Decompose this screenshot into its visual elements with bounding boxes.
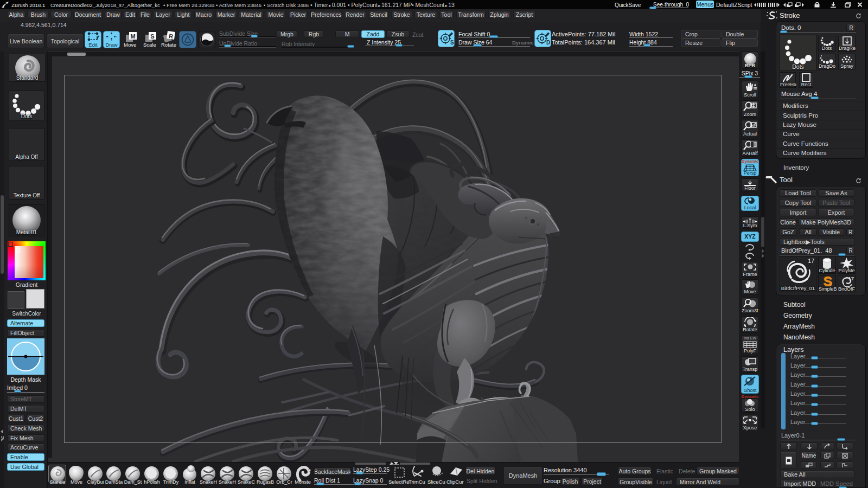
svg-text:S: S [150, 33, 154, 40]
svg-text:S: S [450, 40, 454, 46]
svg-text:R: R [169, 33, 174, 40]
svg-text:M: M [130, 33, 135, 40]
svg-text:z: z [745, 253, 748, 257]
svg-text:D: D [546, 40, 550, 46]
